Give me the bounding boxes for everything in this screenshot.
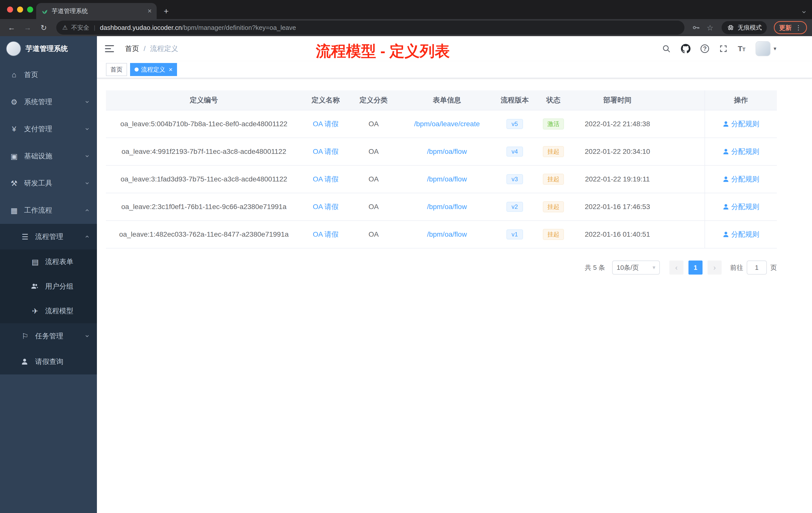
top-navbar: 首页 / 流程定义 流程模型 - 定义列表 ? TT ▾ [97, 36, 812, 61]
browser-menu-icon[interactable]: ⋮ [795, 24, 802, 32]
security-label: 不安全 [71, 24, 89, 32]
person-icon [723, 121, 729, 127]
tab-close-icon[interactable]: × [148, 7, 152, 15]
infrastructure-icon: ▣ [10, 152, 18, 161]
cell-deploy-time: 2022-01-22 21:48:38 [574, 111, 661, 138]
avatar[interactable] [755, 41, 771, 56]
status-badge: 挂起 [543, 229, 564, 240]
form-info-link[interactable]: /bpm/oa/flow [427, 148, 467, 156]
definition-name-link[interactable]: OA 请假 [313, 202, 339, 212]
tag-label: 流程定义 [141, 65, 165, 73]
send-icon: ✈ [31, 307, 39, 315]
sidebar-item-label: 请假查询 [35, 357, 90, 366]
page-number-button[interactable]: 1 [689, 261, 702, 275]
sidebar-item-dev-tools[interactable]: ⚒ 研发工具 [0, 170, 97, 197]
bookmark-star-icon[interactable]: ☆ [704, 23, 716, 32]
cell-deploy-time: 2022-01-22 20:34:10 [574, 138, 661, 165]
table-header-row: 定义编号 定义名称 定义分类 表单信息 流程版本 状态 部署时间 操作 [106, 90, 777, 111]
help-icon[interactable]: ? [700, 44, 709, 53]
pagination-total: 共 5 条 [585, 263, 605, 272]
goto-page-input[interactable] [747, 261, 767, 275]
status-badge: 挂起 [543, 201, 564, 212]
assign-rule-button[interactable]: 分配规则 [723, 147, 759, 156]
definition-name-link[interactable]: OA 请假 [313, 147, 339, 156]
form-info-link[interactable]: /bpm/oa/flow [427, 203, 467, 211]
sidebar-item-process-management[interactable]: ☰ 流程管理 [0, 224, 97, 249]
sidebar-item-process-form[interactable]: ▤ 流程表单 [0, 249, 97, 274]
url-text: dashboard.yudao.iocoder.cn/bpm/manager/d… [100, 24, 296, 32]
browser-update-chip[interactable]: 更新 ⋮ [774, 21, 807, 34]
tag-process-definition[interactable]: 流程定义 × [130, 63, 177, 76]
table-row: oa_leave:5:004b710b-7b8a-11ec-8ef0-acde4… [106, 111, 777, 138]
sidebar-logo[interactable]: 芋道管理系统 [0, 36, 97, 61]
minimize-window-button[interactable] [17, 6, 23, 12]
breadcrumb-separator: / [144, 45, 146, 53]
update-label[interactable]: 更新 [779, 24, 792, 32]
tab-title: 芋道管理系统 [52, 7, 144, 15]
cell-category: OA [349, 221, 398, 248]
sidebar-item-payment[interactable]: ¥ 支付管理 [0, 116, 97, 143]
page-size-select[interactable]: 10条/页 ▾ [612, 261, 660, 275]
definition-name-link[interactable]: OA 请假 [313, 230, 339, 239]
sidebar-item-task-management[interactable]: ⚐ 任务管理 [0, 323, 97, 349]
chevron-down-icon [84, 126, 90, 132]
chevron-down-icon: ▾ [652, 264, 655, 271]
table-row: oa_leave:3:1fad3d93-7b75-11ec-a3c8-acde4… [106, 165, 777, 193]
breadcrumb-home[interactable]: 首页 [125, 44, 139, 54]
sidebar-item-workflow[interactable]: ▦ 工作流程 [0, 197, 97, 224]
cell-category: OA [349, 138, 398, 165]
assign-rule-button[interactable]: 分配规则 [723, 230, 759, 239]
prev-page-button[interactable]: ‹ [669, 261, 684, 275]
version-badge: v4 [506, 147, 523, 157]
form-info-link[interactable]: /bpm/oa/flow [427, 231, 467, 238]
cell-category: OA [349, 165, 398, 193]
sidebar: 芋道管理系统 ⌂ 首页 ⚙ 系统管理 ¥ 支付管理 ▣ 基础设施 ⚒ 研发工具 … [0, 36, 97, 513]
pagination: 共 5 条 10条/页 ▾ ‹ 1 › 前往 页 [106, 261, 777, 275]
sidebar-item-process-model[interactable]: ✈ 流程模型 [0, 299, 97, 323]
forward-button[interactable]: → [21, 21, 34, 34]
sidebar-item-home[interactable]: ⌂ 首页 [0, 61, 97, 88]
sidebar-item-system[interactable]: ⚙ 系统管理 [0, 88, 97, 116]
window-controls [7, 6, 33, 12]
form-info-link[interactable]: /bpm/oa/leave/create [414, 120, 480, 128]
col-spacer [661, 90, 704, 110]
maximize-window-button[interactable] [27, 6, 33, 12]
cell-deploy-time: 2022-01-16 01:40:51 [574, 221, 661, 248]
cell-category: OA [349, 193, 398, 220]
cell-spacer [661, 165, 704, 193]
sidebar-toggle-icon[interactable] [105, 43, 116, 54]
new-tab-button[interactable]: + [164, 6, 169, 16]
sidebar-item-user-group[interactable]: 用户分组 [0, 274, 97, 299]
dashboard-icon: ⌂ [10, 70, 18, 79]
browser-tab[interactable]: 芋道管理系统 × [36, 3, 157, 19]
close-window-button[interactable] [7, 6, 13, 12]
user-avatar-menu[interactable]: ▾ [755, 41, 776, 56]
tag-close-icon[interactable]: × [169, 66, 173, 73]
tools-icon: ⚒ [10, 179, 18, 188]
github-icon[interactable] [681, 44, 691, 54]
next-page-button[interactable]: › [707, 261, 722, 275]
reload-button[interactable]: ↻ [37, 21, 50, 34]
sidebar-item-label: 流程模型 [45, 306, 90, 316]
password-key-icon[interactable] [691, 23, 701, 32]
definition-name-link[interactable]: OA 请假 [313, 119, 339, 129]
assign-rule-button[interactable]: 分配规则 [723, 175, 759, 184]
url-path: /bpm/manager/definition?key=oa_leave [182, 24, 296, 31]
search-icon[interactable] [662, 44, 671, 53]
tab-search-chevron-icon[interactable] [801, 9, 807, 15]
address-bar[interactable]: ⚠ 不安全 | dashboard.yudao.iocoder.cn/bpm/m… [56, 21, 685, 35]
sidebar-item-label: 任务管理 [35, 331, 78, 341]
chevron-up-icon [84, 234, 90, 239]
form-info-link[interactable]: /bpm/oa/flow [427, 175, 467, 183]
fullscreen-icon[interactable] [719, 44, 728, 53]
sidebar-item-leave-query[interactable]: 请假查询 [0, 349, 97, 374]
assign-rule-button[interactable]: 分配规则 [723, 202, 759, 212]
tag-home[interactable]: 首页 [106, 63, 127, 76]
font-size-icon[interactable]: TT [738, 44, 746, 53]
assign-rule-button[interactable]: 分配规则 [723, 119, 759, 129]
sidebar-item-infrastructure[interactable]: ▣ 基础设施 [0, 143, 97, 170]
goto-page-unit: 页 [770, 263, 777, 272]
back-button[interactable]: ← [5, 21, 18, 34]
definition-name-link[interactable]: OA 请假 [313, 175, 339, 184]
sidebar-item-label: 基础设施 [24, 151, 78, 161]
